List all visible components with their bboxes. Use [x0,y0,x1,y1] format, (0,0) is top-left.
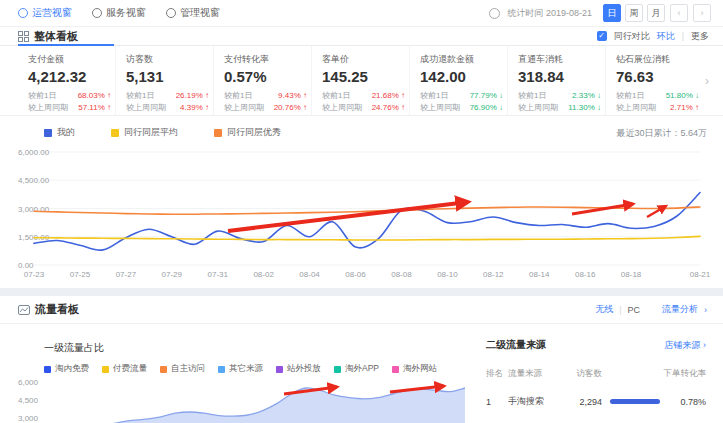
section-divider-strip [0,288,723,296]
change-value: 26.19% ↑ [176,90,209,102]
more-link[interactable]: 更多 [691,30,709,43]
traffic-analysis-link[interactable]: 流量分析 [662,303,698,316]
period-button[interactable]: 周 [625,4,643,22]
top-nav-tabs: 运营视窗服务视窗管理视窗 [18,6,220,20]
trend-legend-item[interactable]: 同行同层平均 [111,126,178,139]
active-card-indicator [18,44,114,46]
y-axis-tick-label: 0.00 [18,261,34,270]
x-axis-tick-label: 07-29 [162,270,183,279]
change-label: 较前1日 [322,90,350,102]
bar-cell [602,399,660,404]
topnav-tab[interactable]: 服务视窗 [92,6,146,20]
metric-card-value: 4,212.32 [28,68,111,85]
x-axis-tick-label: 08-12 [483,270,504,279]
trend-legend-item[interactable]: 我的 [44,126,75,139]
chevron-right-icon: › [703,340,706,350]
table-header-cell: 下单转化率 [660,368,706,380]
rank-cell: 1 [486,397,508,407]
change-label: 较上周同期 [126,102,166,114]
peer-compare-checkbox[interactable]: ✓ [597,31,607,41]
metric-card-change-row: 较上周同期57.11% ↑ [28,102,111,114]
board-title-label: 整体看板 [34,29,78,44]
divider: | [682,31,684,41]
metric-card-title: 支付转化率 [224,53,307,66]
metric-card-value: 0.57% [224,68,307,85]
metric-card-value: 142.00 [420,68,503,85]
x-axis-tick-label: 08-04 [299,270,320,279]
cumulative-label: 最近30日累计：5.64万 [616,127,707,140]
next-date-button[interactable]: › [693,4,711,22]
x-axis-tick-label: 07-23 [24,270,45,279]
table-header-cell: 排名 [486,368,508,380]
x-axis-tick-label: 08-06 [345,270,366,279]
traffic-source-more-link[interactable]: 店铺来源 › [664,339,706,352]
ratio-link[interactable]: 环比 [657,30,675,43]
trend-chart: 0.001,500.003,000.004,500.006,000.0007-2… [14,146,710,282]
change-label: 较上周同期 [28,102,68,114]
topnav-tab-label: 运营视窗 [32,6,72,20]
topnav-tab-label: 管理视窗 [180,6,220,20]
metric-card[interactable]: 成功退款金额142.00较前1日77.79% ↓较上周同期76.90% ↓ [409,46,507,115]
metric-card[interactable]: 直通车消耗318.84较前1日2.33% ↓较上周同期11.30% ↓ [507,46,605,115]
tab-circle-icon [18,8,28,18]
metric-card-change-row: 较前1日77.79% ↓ [420,90,503,102]
y-axis-tick-label: 3,000 [18,414,39,423]
source-name-cell[interactable]: 手淘搜索 [508,395,560,408]
board-title: 整体看板 [18,29,78,44]
visitors-cell: 2,294 [560,397,602,407]
period-button[interactable]: 日 [603,4,621,22]
x-axis-tick-label: 08-21 [690,270,710,279]
stat-time-label: 统计时间 2019-08-21 [507,7,592,20]
peer-compare-label: 同行对比 [614,30,650,43]
x-axis-tick-label: 08-08 [391,270,412,279]
metric-card[interactable]: 支付转化率0.57%较前1日9.43% ↑较上周同期20.76% ↑ [213,46,311,115]
period-button[interactable]: 月 [647,4,665,22]
tab-circle-icon [166,8,176,18]
traffic-source-more-label: 店铺来源 [664,340,700,350]
metric-card-change-row: 较上周同期24.76% ↑ [322,102,405,114]
traffic-source-title: 二级流量来源 [486,338,546,352]
traffic-source-header: 二级流量来源 店铺来源 › [486,338,706,352]
traffic-source-table-body: 1手淘搜索2,2940.78%2手淘首页2,0090.05% [486,395,706,423]
metric-card[interactable]: 支付金额4,212.32较前1日68.03% ↑较上周同期57.11% ↑ [18,46,115,115]
traffic-board-title: 流量看板 [18,302,79,317]
change-value: 2.33% ↓ [572,90,601,102]
metric-card-change-row: 较上周同期4.39% ↑ [126,102,209,114]
topnav-tab[interactable]: 运营视窗 [18,6,72,20]
cards-scroll-chevron-icon[interactable]: › [703,74,711,88]
trend-legend-item[interactable]: 同行同层优秀 [214,126,281,139]
rate-cell: 0.78% [660,397,706,407]
x-axis-tick-label: 08-16 [575,270,596,279]
change-value: 2.71% ↑ [670,102,699,114]
metric-card-change-row: 较前1日26.19% ↑ [126,90,209,102]
legend-swatch [44,129,52,137]
traffic-board-header: 流量看板 无线 | PC 流量分析 › [0,296,723,324]
traffic-area-chart: 6,0004,5003,000 [14,372,494,423]
traffic-board-title-label: 流量看板 [35,302,79,317]
table-header-cell: 流量来源 [508,368,560,380]
change-value: 4.39% ↑ [180,102,209,114]
change-value: 24.76% ↑ [372,102,405,114]
topnav-tab[interactable]: 管理视窗 [166,6,220,20]
traffic-board-actions: 无线 | PC 流量分析 › [595,303,707,316]
change-label: 较前1日 [616,90,644,102]
table-row[interactable]: 1手淘搜索2,2940.78% [486,395,706,408]
change-label: 较前1日 [518,90,546,102]
legend-swatch [111,129,119,137]
trend-legend-label: 同行同层平均 [124,126,178,139]
pc-link[interactable]: PC [627,305,640,315]
change-label: 较前1日 [420,90,448,102]
wireless-link[interactable]: 无线 [595,303,613,316]
metric-card-title: 客单价 [322,53,405,66]
chevron-right-icon[interactable]: › [704,305,707,315]
change-label: 较前1日 [126,90,154,102]
prev-date-button[interactable]: ‹ [670,4,688,22]
trend-legend: 我的同行同层平均同行同层优秀 [44,126,281,139]
change-value: 57.11% ↑ [78,102,111,114]
x-axis-tick-label: 08-14 [529,270,550,279]
dashboard-icon [18,31,29,42]
metric-card[interactable]: 钻石展位消耗76.63较前1日51.80% ↓较上周同期2.71% ↑ [605,46,703,115]
metric-card[interactable]: 访客数5,131较前1日26.19% ↑较上周同期4.39% ↑ [115,46,213,115]
metric-card[interactable]: 客单价145.25较前1日21.68% ↑较上周同期24.76% ↑ [311,46,409,115]
y-axis-tick-label: 6,000.00 [18,148,50,157]
